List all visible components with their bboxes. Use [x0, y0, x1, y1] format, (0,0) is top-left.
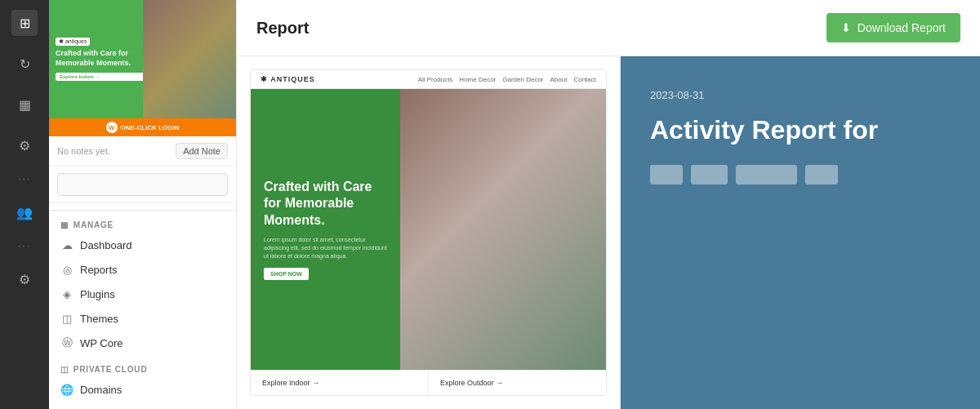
dashboard-icon: ☁: [60, 238, 74, 251]
users-icon[interactable]: 👥: [11, 199, 38, 225]
dots-icon: ···: [18, 173, 31, 184]
report-heading: Activity Report for: [650, 114, 951, 145]
sidebar-item-dashboard[interactable]: ☁ Dashboard: [49, 233, 236, 257]
reports-icon: ◎: [60, 263, 74, 276]
sidebar-item-reports[interactable]: ◎ Reports: [49, 257, 236, 282]
preview-title: Crafted with Care for Memorable Moments.: [56, 49, 145, 68]
table-icon[interactable]: ▦: [11, 91, 38, 118]
site-notes-bar: No notes yet. Add Note: [49, 136, 236, 167]
nav-link-1[interactable]: All Products: [418, 76, 453, 83]
refresh-icon[interactable]: ↻: [11, 51, 38, 77]
wp-icon: W: [106, 122, 118, 133]
dots2-icon: ···: [18, 240, 31, 251]
icon-bar: ⊞ ↻ ▦ ⚙ ··· 👥 ··· ⚙: [0, 0, 49, 409]
mini-site-preview: ✱ ANTIQUES All Products Home Decor Garde…: [251, 70, 606, 395]
site-preview: ✱ antiques Crafted with Care for Memorab…: [49, 0, 236, 211]
settings-icon[interactable]: ⚙: [11, 132, 38, 158]
sidebar-item-wpcore[interactable]: Ⓦ WP Core: [49, 331, 236, 355]
grid-icon[interactable]: ⊞: [11, 10, 38, 36]
preview-thumbnail: ✱ antiques Crafted with Care for Memorab…: [49, 0, 236, 118]
main-header: Report ⬇ Download Report: [237, 0, 980, 56]
sidebar-item-plugins[interactable]: ◈ Plugins: [49, 282, 236, 306]
no-notes-text: No notes yet.: [57, 146, 110, 156]
wpcore-icon: Ⓦ: [60, 336, 74, 349]
report-redacted-row: [650, 165, 951, 184]
preview-site-badge: ✱ antiques: [56, 38, 90, 46]
redacted-block-2: [691, 165, 728, 184]
nav-link-2[interactable]: Home Decor: [459, 76, 496, 83]
domains-icon: 🌐: [60, 383, 74, 396]
explore-outdoor-button[interactable]: Explore Outdoor →: [429, 371, 606, 395]
mini-nav-brand: ✱ ANTIQUES: [261, 75, 315, 83]
search-bar[interactable]: [57, 173, 228, 196]
report-date: 2023-08-31: [650, 89, 951, 101]
mini-nav-links: All Products Home Decor Garden Decor Abo…: [418, 76, 596, 83]
manage-section-label: ▦ MANAGE: [49, 211, 236, 233]
redacted-block-3: [736, 165, 797, 184]
nav-link-3[interactable]: Garden Decor: [502, 76, 543, 83]
mini-hero-text: Lorem ipsum dolor sit amet, consectetur …: [264, 236, 387, 260]
mini-hero-image: [400, 89, 606, 370]
explore-indoor-button[interactable]: Explore Indoor →: [251, 371, 429, 395]
sidebar-item-domains[interactable]: 🌐 Domains: [49, 377, 236, 402]
mini-hero-button[interactable]: SHOP NOW: [264, 268, 309, 280]
sidebar-item-themes[interactable]: ◫ Themes: [49, 306, 236, 331]
download-icon: ⬇: [841, 21, 851, 34]
one-click-login-label: ONE-CLICK LOGIN: [121, 124, 180, 131]
add-note-button[interactable]: Add Note: [176, 143, 228, 159]
mini-hero-left: Crafted with Care for Memorable Moments.…: [251, 89, 400, 370]
themes-icon: ◫: [60, 312, 74, 325]
report-page-preview: ✱ ANTIQUES All Products Home Decor Garde…: [250, 69, 607, 396]
page-title: Report: [256, 19, 309, 38]
redacted-block-1: [650, 165, 683, 184]
preview-image-section: [143, 0, 237, 118]
preview-inner: ✱ antiques Crafted with Care for Memorab…: [49, 0, 236, 118]
mini-nav: ✱ ANTIQUES All Products Home Decor Garde…: [251, 70, 606, 89]
plugins-icon: ◈: [60, 287, 74, 300]
one-click-login-bar[interactable]: W ONE-CLICK LOGIN: [49, 118, 236, 136]
nav-link-4[interactable]: About: [550, 76, 568, 83]
sidebar: ✱ antiques Crafted with Care for Memorab…: [49, 0, 237, 409]
preview-explore-btn[interactable]: Explore Indoor →: [56, 73, 145, 81]
search-bar-container: [49, 167, 236, 203]
manage-icon: ▦: [60, 220, 69, 229]
mini-hero: Crafted with Care for Memorable Moments.…: [251, 89, 606, 370]
private-cloud-icon: ◫: [60, 365, 69, 374]
mini-hero-title: Crafted with Care for Memorable Moments.: [264, 179, 387, 229]
mini-hero-right: [400, 89, 606, 370]
nav-link-5[interactable]: Contact: [573, 76, 596, 83]
report-body: ✱ ANTIQUES All Products Home Decor Garde…: [237, 56, 980, 409]
redacted-block-4: [805, 165, 838, 184]
main-content: Report ⬇ Download Report ✱ ANTIQUES All …: [237, 0, 980, 409]
report-preview: ✱ ANTIQUES All Products Home Decor Garde…: [237, 56, 621, 409]
gear-icon[interactable]: ⚙: [11, 266, 38, 292]
report-info-panel: 2023-08-31 Activity Report for: [621, 56, 980, 409]
mini-footer-btns: Explore Indoor → Explore Outdoor →: [251, 370, 606, 395]
private-cloud-section-label: ◫ PRIVATE CLOUD: [49, 355, 236, 377]
download-report-button[interactable]: ⬇ Download Report: [826, 13, 960, 42]
preview-green-section: ✱ antiques Crafted with Care for Memorab…: [49, 0, 152, 118]
